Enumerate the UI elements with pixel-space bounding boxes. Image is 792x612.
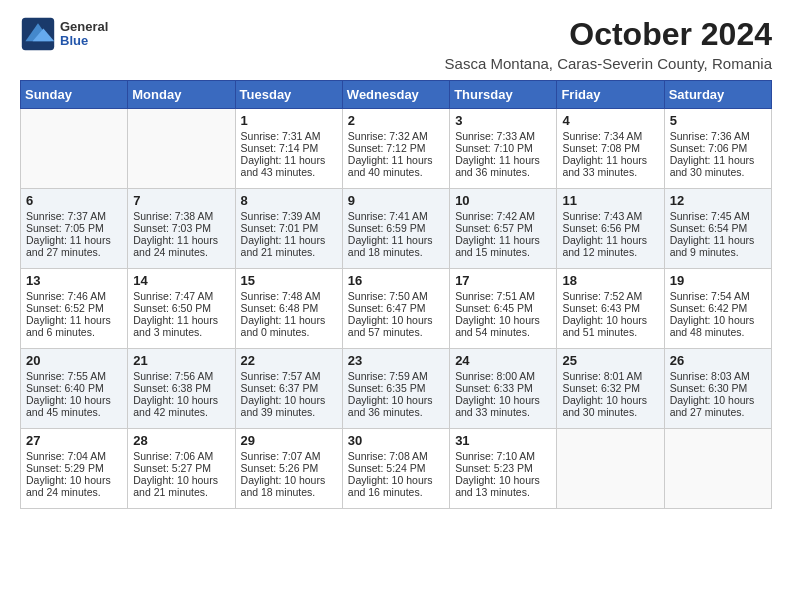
sunset-text: Sunset: 6:50 PM — [133, 302, 229, 314]
weekday-header: Tuesday — [235, 81, 342, 109]
sunset-text: Sunset: 6:43 PM — [562, 302, 658, 314]
page-title: October 2024 — [445, 16, 772, 53]
day-number: 9 — [348, 193, 444, 208]
sunrise-text: Sunrise: 7:32 AM — [348, 130, 444, 142]
sunrise-text: Sunrise: 7:51 AM — [455, 290, 551, 302]
calendar-cell: 21Sunrise: 7:56 AMSunset: 6:38 PMDayligh… — [128, 349, 235, 429]
day-number: 17 — [455, 273, 551, 288]
sunset-text: Sunset: 7:01 PM — [241, 222, 337, 234]
calendar-cell: 7Sunrise: 7:38 AMSunset: 7:03 PMDaylight… — [128, 189, 235, 269]
sunset-text: Sunset: 5:24 PM — [348, 462, 444, 474]
sunset-text: Sunset: 6:48 PM — [241, 302, 337, 314]
day-number: 29 — [241, 433, 337, 448]
sunset-text: Sunset: 7:14 PM — [241, 142, 337, 154]
day-number: 4 — [562, 113, 658, 128]
sunset-text: Sunset: 6:57 PM — [455, 222, 551, 234]
day-number: 21 — [133, 353, 229, 368]
daylight-text: Daylight: 11 hours and 3 minutes. — [133, 314, 229, 338]
daylight-text: Daylight: 11 hours and 40 minutes. — [348, 154, 444, 178]
sunrise-text: Sunrise: 7:38 AM — [133, 210, 229, 222]
sunrise-text: Sunrise: 7:07 AM — [241, 450, 337, 462]
sunset-text: Sunset: 5:23 PM — [455, 462, 551, 474]
sunrise-text: Sunrise: 7:42 AM — [455, 210, 551, 222]
sunrise-text: Sunrise: 7:10 AM — [455, 450, 551, 462]
calendar-cell — [557, 429, 664, 509]
day-number: 18 — [562, 273, 658, 288]
day-number: 6 — [26, 193, 122, 208]
sunrise-text: Sunrise: 7:50 AM — [348, 290, 444, 302]
calendar-cell: 22Sunrise: 7:57 AMSunset: 6:37 PMDayligh… — [235, 349, 342, 429]
sunrise-text: Sunrise: 7:55 AM — [26, 370, 122, 382]
calendar-cell: 25Sunrise: 8:01 AMSunset: 6:32 PMDayligh… — [557, 349, 664, 429]
sunrise-text: Sunrise: 7:54 AM — [670, 290, 766, 302]
sunset-text: Sunset: 7:05 PM — [26, 222, 122, 234]
day-number: 3 — [455, 113, 551, 128]
sunrise-text: Sunrise: 7:57 AM — [241, 370, 337, 382]
sunset-text: Sunset: 6:38 PM — [133, 382, 229, 394]
sunset-text: Sunset: 7:03 PM — [133, 222, 229, 234]
sunset-text: Sunset: 6:35 PM — [348, 382, 444, 394]
sunrise-text: Sunrise: 7:52 AM — [562, 290, 658, 302]
day-number: 1 — [241, 113, 337, 128]
day-number: 15 — [241, 273, 337, 288]
calendar-week-row: 27Sunrise: 7:04 AMSunset: 5:29 PMDayligh… — [21, 429, 772, 509]
sunrise-text: Sunrise: 7:46 AM — [26, 290, 122, 302]
calendar-cell: 10Sunrise: 7:42 AMSunset: 6:57 PMDayligh… — [450, 189, 557, 269]
daylight-text: Daylight: 10 hours and 42 minutes. — [133, 394, 229, 418]
sunrise-text: Sunrise: 7:41 AM — [348, 210, 444, 222]
sunset-text: Sunset: 6:40 PM — [26, 382, 122, 394]
day-number: 27 — [26, 433, 122, 448]
daylight-text: Daylight: 11 hours and 43 minutes. — [241, 154, 337, 178]
daylight-text: Daylight: 10 hours and 48 minutes. — [670, 314, 766, 338]
day-number: 8 — [241, 193, 337, 208]
sunrise-text: Sunrise: 7:33 AM — [455, 130, 551, 142]
sunrise-text: Sunrise: 7:34 AM — [562, 130, 658, 142]
sunset-text: Sunset: 7:08 PM — [562, 142, 658, 154]
daylight-text: Daylight: 11 hours and 24 minutes. — [133, 234, 229, 258]
daylight-text: Daylight: 11 hours and 30 minutes. — [670, 154, 766, 178]
day-number: 22 — [241, 353, 337, 368]
daylight-text: Daylight: 11 hours and 9 minutes. — [670, 234, 766, 258]
weekday-header: Sunday — [21, 81, 128, 109]
sunset-text: Sunset: 6:52 PM — [26, 302, 122, 314]
calendar-week-row: 1Sunrise: 7:31 AMSunset: 7:14 PMDaylight… — [21, 109, 772, 189]
logo-icon — [20, 16, 56, 52]
calendar-cell: 12Sunrise: 7:45 AMSunset: 6:54 PMDayligh… — [664, 189, 771, 269]
daylight-text: Daylight: 11 hours and 36 minutes. — [455, 154, 551, 178]
sunset-text: Sunset: 6:59 PM — [348, 222, 444, 234]
calendar-cell: 18Sunrise: 7:52 AMSunset: 6:43 PMDayligh… — [557, 269, 664, 349]
logo-text: General Blue — [60, 20, 108, 49]
calendar-cell — [21, 109, 128, 189]
weekday-header: Thursday — [450, 81, 557, 109]
day-number: 25 — [562, 353, 658, 368]
day-number: 16 — [348, 273, 444, 288]
daylight-text: Daylight: 10 hours and 24 minutes. — [26, 474, 122, 498]
day-number: 5 — [670, 113, 766, 128]
sunrise-text: Sunrise: 7:36 AM — [670, 130, 766, 142]
calendar-cell: 19Sunrise: 7:54 AMSunset: 6:42 PMDayligh… — [664, 269, 771, 349]
day-number: 12 — [670, 193, 766, 208]
calendar-cell: 14Sunrise: 7:47 AMSunset: 6:50 PMDayligh… — [128, 269, 235, 349]
sunset-text: Sunset: 5:29 PM — [26, 462, 122, 474]
sunset-text: Sunset: 6:47 PM — [348, 302, 444, 314]
daylight-text: Daylight: 11 hours and 0 minutes. — [241, 314, 337, 338]
day-number: 24 — [455, 353, 551, 368]
daylight-text: Daylight: 10 hours and 33 minutes. — [455, 394, 551, 418]
calendar-cell — [664, 429, 771, 509]
daylight-text: Daylight: 11 hours and 15 minutes. — [455, 234, 551, 258]
sunrise-text: Sunrise: 7:08 AM — [348, 450, 444, 462]
page-subtitle: Sasca Montana, Caras-Severin County, Rom… — [445, 55, 772, 72]
sunset-text: Sunset: 7:12 PM — [348, 142, 444, 154]
daylight-text: Daylight: 10 hours and 36 minutes. — [348, 394, 444, 418]
daylight-text: Daylight: 10 hours and 27 minutes. — [670, 394, 766, 418]
calendar-cell: 9Sunrise: 7:41 AMSunset: 6:59 PMDaylight… — [342, 189, 449, 269]
day-number: 26 — [670, 353, 766, 368]
calendar-cell: 15Sunrise: 7:48 AMSunset: 6:48 PMDayligh… — [235, 269, 342, 349]
daylight-text: Daylight: 10 hours and 54 minutes. — [455, 314, 551, 338]
sunset-text: Sunset: 7:06 PM — [670, 142, 766, 154]
sunrise-text: Sunrise: 7:06 AM — [133, 450, 229, 462]
daylight-text: Daylight: 10 hours and 51 minutes. — [562, 314, 658, 338]
day-number: 2 — [348, 113, 444, 128]
sunset-text: Sunset: 6:42 PM — [670, 302, 766, 314]
weekday-header: Wednesday — [342, 81, 449, 109]
